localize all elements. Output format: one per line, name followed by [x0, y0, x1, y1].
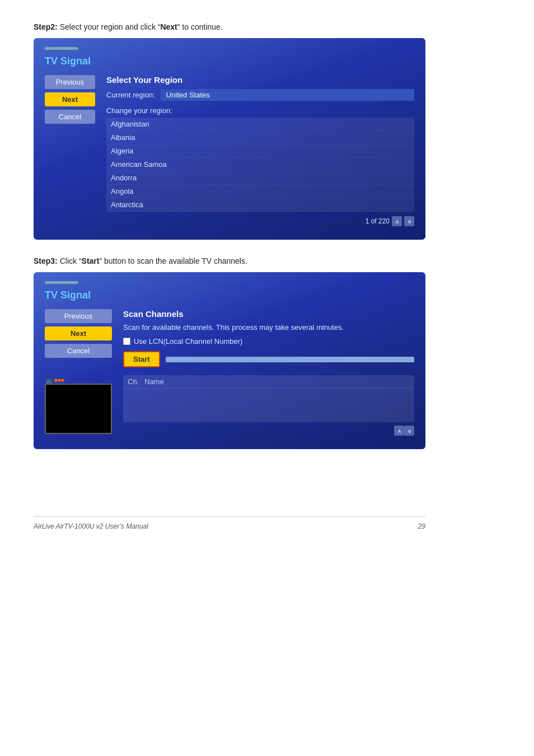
dialog1-pagination-text: 1 of 220 [366, 217, 390, 225]
dialog2-tv-preview-container: 📺 ■■■ [45, 378, 112, 434]
dialog2-col-name: Name [144, 377, 164, 386]
dialog1-previous-button[interactable]: Previous [45, 75, 95, 89]
dialog2-scan-description: Scan for available channels. This proces… [123, 323, 414, 332]
dialog2-channel-table: Ch. Name [123, 375, 414, 422]
tv-preview-label: 📺 ■■■ [46, 377, 64, 383]
dialog1-sidebar: Previous Next Cancel [45, 75, 95, 226]
region-list-item[interactable]: Albania [106, 131, 414, 144]
dialog2-lcn-row: Use LCN(Local Channel Number) [123, 337, 414, 346]
dialog1-page-down-button[interactable]: ∨ [404, 216, 414, 226]
dialog2-page-down-button[interactable]: ∨ [404, 426, 414, 436]
dialog1-main: Select Your Region Current region: Unite… [106, 75, 414, 226]
dialog2-title: TV Signal [45, 290, 414, 301]
dialog2-content: Previous Next Cancel 📺 ■■■ Scan Channels… [45, 309, 414, 436]
dialog2-channel-table-header: Ch. Name [123, 375, 414, 389]
region-list-item[interactable]: Andorra [106, 171, 414, 185]
region-list-item[interactable]: Antarctica [106, 198, 414, 212]
step3-label: Step3: Click “Start” button to scan the … [34, 256, 500, 265]
footer-page-number: 29 [418, 522, 425, 530]
dialog1-current-region-label: Current region: [106, 91, 155, 99]
dialog1-top-bar [45, 47, 78, 50]
dialog1-title: TV Signal [45, 55, 414, 67]
dialog2: TV Signal Previous Next Cancel 📺 ■■■ Sca… [34, 272, 425, 449]
dialog2-sidebar: Previous Next Cancel 📺 ■■■ [45, 309, 112, 436]
dialog2-previous-button[interactable]: Previous [45, 309, 112, 323]
dialog2-start-button[interactable]: Start [123, 351, 160, 367]
dialog1-current-region-value: United States [161, 89, 414, 101]
dialog2-next-button[interactable]: Next [45, 326, 112, 340]
dialog1: TV Signal Previous Next Cancel Select Yo… [34, 38, 425, 240]
dialog2-top-bar [45, 281, 78, 284]
dialog2-footer-pagination: ∧ ∨ [123, 426, 414, 436]
dialog1-current-region-row: Current region: United States [106, 89, 414, 101]
footer-manual: AirLive AirTV-1000U v2 User’s Manual [34, 522, 148, 530]
dialog2-section-title: Scan Channels [123, 309, 414, 319]
dialog2-progress-bar [166, 357, 414, 362]
dialog2-lcn-label: Use LCN(Local Channel Number) [134, 337, 242, 346]
dialog1-pagination-row: 1 of 220 ∧ ∨ [106, 216, 414, 226]
dialog2-channel-table-body [123, 389, 414, 422]
dialog2-main: Scan Channels Scan for available channel… [123, 309, 414, 436]
dialog2-cancel-button[interactable]: Cancel [45, 344, 112, 358]
page-footer: AirLive AirTV-1000U v2 User’s Manual 29 [34, 516, 425, 530]
dialog1-next-button[interactable]: Next [45, 92, 95, 106]
region-list-item[interactable]: American Samoa [106, 158, 414, 171]
dialog2-tv-preview: 📺 ■■■ [45, 384, 112, 434]
step2-label: Step2: Select your region and click “Nex… [34, 22, 500, 31]
dialog1-change-region-label: Change your region: [106, 106, 414, 115]
dialog1-cancel-button[interactable]: Cancel [45, 110, 95, 124]
dialog1-page-up-button[interactable]: ∧ [392, 216, 402, 226]
dialog1-section-title: Select Your Region [106, 75, 414, 85]
dialog2-lcn-checkbox[interactable] [123, 338, 130, 345]
dialog2-start-row: Start [123, 351, 414, 367]
dialog2-col-ch: Ch. [128, 377, 139, 386]
region-list-item[interactable]: Angola [106, 185, 414, 198]
region-list-item[interactable]: Algeria [106, 144, 414, 158]
dialog2-page-up-button[interactable]: ∧ [394, 426, 404, 436]
region-list-item[interactable]: Afghanistan [106, 118, 414, 131]
dialog1-region-list: AfghanistanAlbaniaAlgeriaAmerican SamoaA… [106, 118, 414, 212]
dialog1-content: Previous Next Cancel Select Your Region … [45, 75, 414, 226]
